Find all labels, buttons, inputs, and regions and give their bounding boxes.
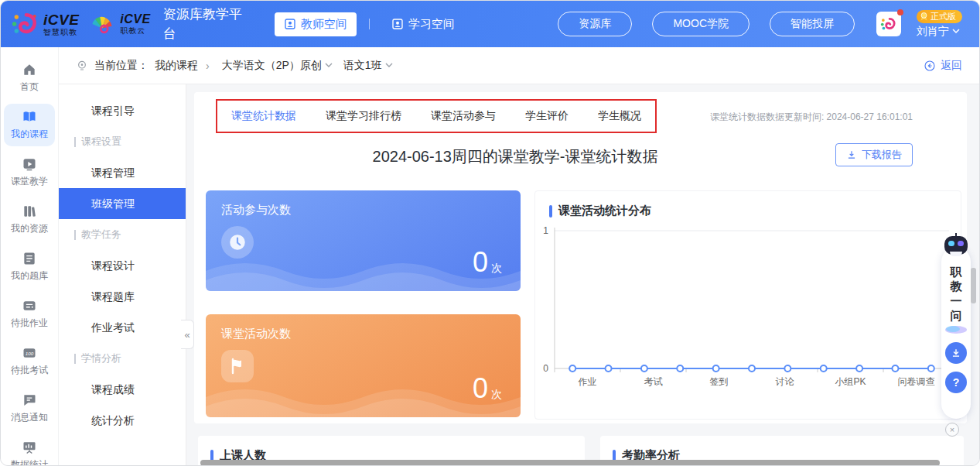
menu-item-course-design[interactable]: 课程设计: [59, 250, 186, 281]
homework-icon: [22, 298, 37, 314]
stat-card-title: 课堂活动次数: [221, 327, 291, 341]
location-pin-icon: [76, 60, 88, 72]
icve-swirl-icon: [12, 10, 39, 38]
video-icon: [22, 156, 37, 172]
icve-zhijiaoyun-logo: iCVE 职教云: [88, 10, 150, 38]
assistant-download-button[interactable]: [945, 342, 967, 364]
books-icon: [22, 204, 37, 219]
assistant-help-button[interactable]: ?: [945, 372, 967, 393]
assistant-close-button[interactable]: ×: [945, 423, 959, 437]
exam-score-icon: 100: [22, 345, 37, 361]
download-report-button[interactable]: 下载报告: [835, 143, 913, 166]
student-badge-icon: [391, 18, 404, 30]
chart-heading: 课堂活动统计分布: [535, 191, 961, 218]
report-panel: 课堂统计数据 课堂学习排行榜 课堂活动参与 学生评价 学生概况 课堂统计数据数据…: [194, 92, 967, 423]
learning-space-button[interactable]: 学习空间: [382, 12, 464, 36]
sidebar-item-my-resources[interactable]: 我的资源: [4, 198, 55, 241]
download-circle-icon: [951, 348, 961, 358]
shell-icon: [88, 10, 116, 38]
tab-classroom-statistics[interactable]: 课堂统计数据: [231, 109, 296, 123]
menu-section-teaching-tasks: 教学任务: [59, 219, 186, 250]
activity-distribution-chart: 10作业考试签到讨论小组PK问卷调查: [535, 220, 961, 403]
assistant-robot-icon[interactable]: [944, 233, 968, 259]
tab-learning-ranking[interactable]: 课堂学习排行榜: [326, 109, 401, 123]
teacher-badge-icon: [284, 18, 296, 30]
menu-item-course-management[interactable]: 课程管理: [59, 157, 186, 188]
report-title: 2024-06-13周四的课堂教学-课堂统计数据: [194, 146, 836, 167]
menu-item-class-management[interactable]: 班级管理: [59, 188, 186, 219]
breadcrumb-bar: 当前位置： 我的课程 › 大学语文（2P）原创 语文1班 返回: [59, 47, 979, 84]
course-selector[interactable]: 大学语文（2P）原创: [222, 59, 333, 73]
medal-icon: [919, 12, 929, 22]
breadcrumb-separator: ›: [206, 60, 210, 72]
data-update-time: 课堂统计数据数据更新时间: 2024-06-27 16:01:01: [710, 111, 913, 124]
resource-library-button[interactable]: 资源库: [558, 12, 632, 36]
mooc-academy-button[interactable]: MOOC学院: [652, 12, 750, 36]
question-bank-icon: [22, 251, 37, 266]
wave-decoration: [206, 374, 521, 417]
notification-dot: [897, 9, 903, 15]
teacher-space-button[interactable]: 教师空间: [275, 12, 357, 36]
section-heading: 上课人数: [198, 436, 585, 463]
smart-casting-button[interactable]: 智能投屏: [770, 12, 855, 36]
back-arrow-icon: [924, 60, 936, 72]
menu-item-course-question-bank[interactable]: 课程题库: [59, 281, 186, 312]
wave-icon: [944, 324, 968, 334]
stats-board-icon: [22, 440, 37, 455]
svg-text:作业: 作业: [578, 376, 597, 387]
main-content: 课堂统计数据 课堂学习排行榜 课堂活动参与 学生评价 学生概况 课堂统计数据数据…: [186, 84, 979, 465]
sidebar-item-my-courses[interactable]: 我的课程: [4, 104, 55, 146]
breadcrumb-prefix: 当前位置：: [94, 59, 149, 73]
svg-text:小组PK: 小组PK: [835, 376, 866, 387]
download-icon: [846, 149, 857, 160]
sidebar-item-pending-homework[interactable]: 待批作业: [4, 293, 55, 335]
menu-item-homework-exams[interactable]: 作业考试: [59, 312, 186, 343]
sidebar-collapse-handle[interactable]: «: [181, 320, 194, 349]
avatar[interactable]: [876, 12, 901, 36]
tab-student-evaluation[interactable]: 学生评价: [525, 109, 569, 123]
svg-text:1: 1: [543, 225, 548, 236]
open-book-icon: [22, 109, 37, 125]
svg-text:0: 0: [543, 363, 548, 374]
vertical-scrollbar[interactable]: [971, 268, 976, 303]
stat-card-activity-participation: 活动参与次数 0次: [206, 190, 521, 291]
sidebar-item-pending-exams[interactable]: 100 待批考试: [4, 340, 55, 382]
username[interactable]: 刘肖宁: [917, 25, 960, 39]
sidebar-item-home[interactable]: 首页: [4, 57, 55, 99]
user-menu[interactable]: 正式版 刘肖宁: [917, 10, 962, 39]
logo-brand: iCVE: [43, 12, 79, 27]
assistant-name: 职 教 一 问: [951, 264, 962, 323]
horizontal-scrollbar[interactable]: [200, 460, 940, 466]
top-header: iCVE 智慧职教 iCVE 职教云 资源库教学平台: [1, 1, 979, 47]
sidebar-item-classroom-teaching[interactable]: 课堂教学: [4, 151, 55, 194]
logo-brand: iCVE: [120, 13, 150, 26]
stat-card-title: 活动参与次数: [221, 203, 291, 218]
breadcrumb-my-courses[interactable]: 我的课程: [155, 59, 198, 73]
tab-student-overview[interactable]: 学生概况: [598, 109, 641, 123]
menu-item-course-grades[interactable]: 课程成绩: [59, 374, 186, 405]
svg-text:讨论: 讨论: [776, 376, 795, 387]
menu-item-statistical-analysis[interactable]: 统计分析: [59, 405, 186, 436]
class-selector[interactable]: 语文1班: [343, 59, 393, 73]
app-window: iCVE 智慧职教 iCVE 职教云 资源库教学平台: [0, 0, 980, 466]
back-button[interactable]: 返回: [924, 59, 962, 73]
assistant-widget[interactable]: 职 教 一 问 ?: [941, 247, 971, 419]
menu-item-course-guide[interactable]: 课程引导: [59, 95, 186, 126]
space-nav: 教师空间 学习空间: [275, 12, 464, 36]
sidebar-item-question-bank[interactable]: 我的题库: [4, 245, 55, 288]
avatar-logo-icon: [880, 15, 897, 33]
sidebar-item-data-statistics[interactable]: 数据统计: [4, 434, 55, 466]
section-heading: 考勤率分析: [600, 436, 964, 463]
tab-activity-participation[interactable]: 课堂活动参与: [431, 109, 496, 123]
logo-tagline: 智慧职教: [43, 29, 79, 36]
breadcrumb: 当前位置： 我的课程 › 大学语文（2P）原创 语文1班: [76, 59, 393, 73]
sidebar-item-notifications[interactable]: 消息通知: [4, 387, 55, 430]
chevron-down-icon: [952, 29, 960, 34]
menu-section-learning-analysis: 学情分析: [59, 343, 186, 374]
nav-separator: [369, 19, 370, 29]
chevron-down-icon: [325, 63, 333, 68]
version-badge: 正式版: [917, 10, 962, 23]
chevron-down-icon: [385, 63, 393, 68]
report-tabs-annotation-box: 课堂统计数据 课堂学习排行榜 课堂活动参与 学生评价 学生概况: [216, 99, 657, 133]
home-icon: [22, 62, 37, 77]
